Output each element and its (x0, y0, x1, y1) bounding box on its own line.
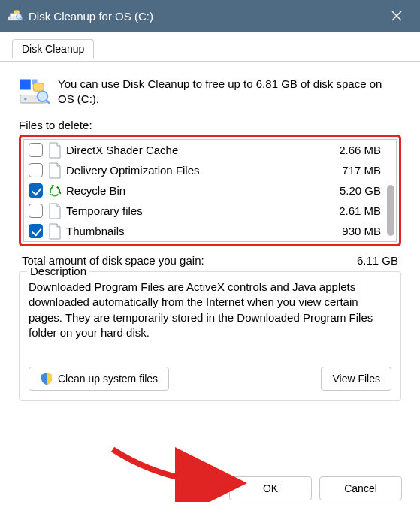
svg-point-3 (17, 14, 22, 19)
intro-row: You can use Disk Cleanup to free up to 6… (19, 77, 401, 108)
file-checkbox[interactable] (29, 163, 43, 177)
tab-disk-cleanup[interactable]: Disk Cleanup (12, 39, 94, 59)
ok-button[interactable]: OK (229, 476, 312, 500)
file-checkbox[interactable] (29, 204, 43, 218)
cancel-button[interactable]: Cancel (319, 476, 402, 500)
file-size: 2.61 MB (339, 204, 391, 217)
svg-marker-16 (50, 192, 52, 195)
tabstrip: Disk Cleanup (0, 39, 420, 62)
file-checkbox[interactable] (29, 224, 43, 238)
files-listbox[interactable]: DirectX Shader Cache2.66 MBDelivery Opti… (23, 139, 397, 242)
total-value: 6.11 GB (357, 254, 398, 267)
file-icon (48, 162, 62, 179)
file-name: Thumbnails (66, 225, 342, 237)
shield-icon (40, 372, 53, 385)
clean-up-system-files-button[interactable]: Clean up system files (29, 367, 169, 391)
svg-rect-2 (14, 11, 20, 14)
file-row[interactable]: Delivery Optimization Files717 MB (24, 160, 396, 180)
close-button[interactable] (381, 0, 412, 32)
file-checkbox[interactable] (29, 183, 43, 198)
recycle-bin-icon (48, 183, 62, 199)
disk-cleanup-large-icon (19, 77, 50, 108)
disk-cleanup-icon (8, 8, 23, 23)
file-size: 930 MB (342, 225, 391, 237)
file-size: 5.20 GB (340, 184, 391, 197)
close-icon (391, 11, 402, 21)
file-checkbox[interactable] (29, 143, 43, 157)
file-size: 717 MB (342, 164, 391, 177)
file-row[interactable]: Recycle Bin5.20 GB (24, 180, 396, 201)
titlebar: Disk Cleanup for OS (C:) (0, 0, 420, 32)
svg-point-12 (38, 91, 48, 101)
file-row[interactable]: DirectX Shader Cache2.66 MB (24, 140, 396, 160)
window-title: Disk Cleanup for OS (C:) (29, 10, 381, 23)
files-highlight-box: DirectX Shader Cache2.66 MBDelivery Opti… (19, 135, 401, 246)
file-size: 2.66 MB (339, 144, 391, 156)
file-row[interactable]: Temporary files2.61 MB (24, 201, 396, 221)
file-name: Temporary files (66, 204, 339, 217)
file-name: Delivery Optimization Files (66, 164, 342, 177)
description-body: Downloaded Program Files are ActiveX con… (29, 280, 391, 356)
svg-point-1 (10, 18, 11, 20)
file-name: Recycle Bin (66, 184, 340, 197)
file-row[interactable]: Thumbnails930 MB (24, 221, 396, 241)
file-icon (48, 203, 62, 219)
svg-point-10 (24, 98, 27, 101)
intro-text: You can use Disk Cleanup to free up to 6… (58, 77, 401, 107)
files-to-delete-label: Files to delete: (19, 119, 401, 132)
description-legend: Description (27, 265, 89, 277)
clean-up-system-files-label: Clean up system files (58, 373, 158, 385)
svg-line-13 (47, 101, 50, 104)
cancel-button-label: Cancel (344, 482, 377, 494)
file-icon (48, 223, 62, 240)
file-name: DirectX Shader Cache (66, 144, 339, 156)
ok-button-label: OK (263, 482, 278, 494)
svg-rect-11 (33, 83, 44, 92)
scrollbar-thumb[interactable] (387, 185, 394, 236)
description-groupbox: Description Downloaded Program Files are… (19, 271, 401, 401)
view-files-label: View Files (332, 373, 380, 385)
view-files-button[interactable]: View Files (321, 367, 391, 391)
svg-rect-7 (20, 80, 31, 90)
file-icon (48, 142, 62, 159)
